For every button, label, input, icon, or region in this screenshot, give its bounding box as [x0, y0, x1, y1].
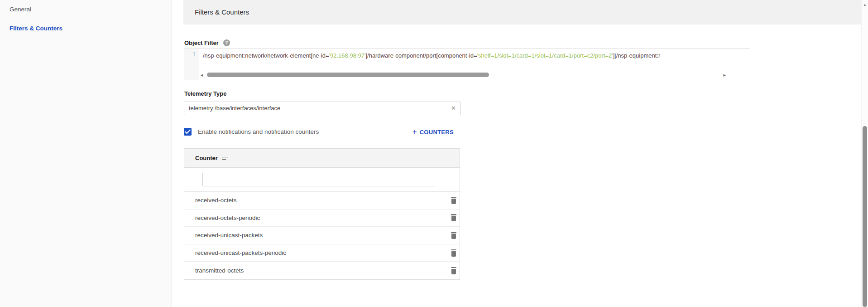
- counter-name: transmitted-octets: [195, 267, 244, 274]
- code-segment: 'shelf=1/slot=1/card=1/slot=1/card=1/por…: [477, 52, 613, 59]
- object-filter-label-row: Object Filter ?: [184, 39, 230, 46]
- code-segment: '92.168.98.97': [329, 52, 366, 59]
- counter-table-body: received-octetsreceived-octets-periodicr…: [184, 192, 460, 279]
- column-filter-icon[interactable]: [222, 156, 228, 160]
- trash-icon: [451, 232, 456, 233]
- code-segment: /nsp-equipment:network/network-element[n…: [203, 52, 329, 59]
- counter-filter-row: [184, 168, 460, 192]
- object-filter-code[interactable]: /nsp-equipment:network/network-element[n…: [203, 52, 748, 59]
- vertical-scrollbar[interactable]: ▲: [861, 0, 868, 307]
- screen: General Filters & Counters Filters & Cou…: [0, 0, 868, 307]
- counter-name: received-unicast-packets: [195, 232, 263, 239]
- checkmark-icon: [185, 129, 191, 134]
- counter-name: received-octets-periodic: [195, 214, 260, 221]
- scroll-right-icon[interactable]: ▸: [723, 72, 726, 78]
- counter-table: Counter received-octetsreceived-octets-p…: [184, 148, 460, 280]
- line-number-gutter: 1: [184, 49, 199, 80]
- add-counters-button[interactable]: + COUNTERS: [412, 125, 454, 139]
- panel-header: Filters & Counters: [183, 0, 861, 24]
- table-row[interactable]: received-unicast-packets-periodic: [184, 244, 460, 262]
- horizontal-scrollbar[interactable]: ◂ ▸: [201, 72, 726, 78]
- trash-icon-body: [451, 251, 456, 257]
- enable-notifications-checkbox[interactable]: [184, 128, 192, 136]
- object-filter-label: Object Filter: [184, 39, 219, 46]
- sidebar-item-general[interactable]: General: [10, 6, 31, 13]
- delete-counter-button[interactable]: [451, 232, 457, 239]
- page-title: Filters & Counters: [195, 0, 249, 24]
- delete-counter-button[interactable]: [451, 267, 457, 274]
- table-row[interactable]: received-octets-periodic: [184, 210, 460, 227]
- plus-icon: +: [412, 128, 417, 136]
- counter-filter-input[interactable]: [202, 173, 434, 186]
- clear-icon[interactable]: ✕: [451, 102, 456, 115]
- trash-icon: [451, 197, 456, 198]
- delete-counter-button[interactable]: [451, 197, 457, 204]
- counter-name: received-unicast-packets-periodic: [195, 249, 286, 256]
- trash-icon-body: [451, 199, 456, 204]
- counter-table-header: Counter: [184, 149, 460, 168]
- table-row[interactable]: received-unicast-packets: [184, 227, 460, 244]
- notifications-row: Enable notifications and notification co…: [184, 125, 461, 139]
- trash-icon: [451, 214, 456, 215]
- trash-icon: [451, 267, 456, 268]
- trash-icon-body: [451, 269, 456, 274]
- counter-column-header: Counter: [195, 155, 218, 161]
- code-segment: ]|/nsp-equipment:r: [613, 52, 661, 59]
- sidebar: General Filters & Counters: [0, 0, 172, 307]
- vertical-scrollbar-thumb[interactable]: [863, 126, 867, 307]
- trash-icon-body: [451, 216, 456, 221]
- telemetry-type-value: telemetry:/base/interfaces/interface: [189, 102, 280, 115]
- counter-name: received-octets: [195, 197, 237, 204]
- trash-icon-body: [451, 234, 456, 239]
- line-number: 1: [192, 51, 196, 58]
- add-counters-label: COUNTERS: [420, 129, 454, 136]
- code-segment: ]/hardware-component/port[component-id=: [365, 52, 477, 59]
- object-filter-editor[interactable]: 1 /nsp-equipment:network/network-element…: [184, 49, 750, 80]
- sidebar-item-filters-counters[interactable]: Filters & Counters: [10, 25, 62, 32]
- help-icon[interactable]: ?: [223, 39, 230, 46]
- delete-counter-button[interactable]: [451, 214, 457, 221]
- trash-icon: [451, 249, 456, 251]
- telemetry-type-label: Telemetry Type: [184, 90, 226, 97]
- telemetry-type-input[interactable]: telemetry:/base/interfaces/interface ✕: [184, 102, 461, 115]
- table-row[interactable]: transmitted-octets: [184, 262, 460, 279]
- scroll-left-icon[interactable]: ◂: [201, 72, 203, 78]
- scroll-up-icon[interactable]: ▲: [862, 3, 868, 7]
- horizontal-scrollbar-thumb[interactable]: [207, 73, 489, 77]
- table-row[interactable]: received-octets: [184, 192, 460, 210]
- enable-notifications-label: Enable notifications and notification co…: [198, 125, 319, 139]
- delete-counter-button[interactable]: [451, 249, 457, 257]
